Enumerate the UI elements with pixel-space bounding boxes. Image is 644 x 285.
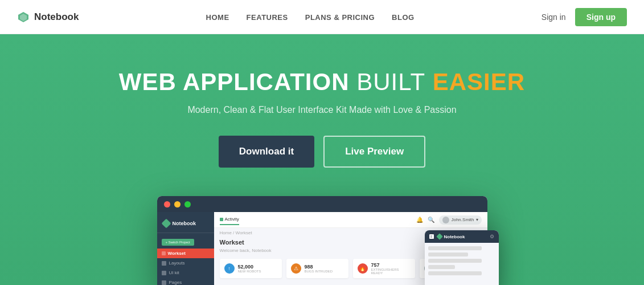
- mock-sidebar-brand: Notebook: [173, 221, 196, 226]
- mock-avatar-circle: [442, 217, 449, 223]
- mock-dot-green: [184, 201, 191, 207]
- mock-sidebar-logo-icon: [161, 219, 171, 229]
- mock-stat-icon-ext: 🔥: [358, 263, 368, 274]
- mock-stat-ext: 🔥 757 EXTINGUISHERS READY: [353, 259, 415, 278]
- mock-bell-icon: 🔔: [416, 217, 423, 223]
- mock-stat-bugs: ⚠ 988 BUGS INTRUDED: [286, 259, 348, 278]
- nav-features[interactable]: FEATURES: [247, 13, 288, 22]
- mock-username: John.Smith: [451, 217, 474, 222]
- mock-app-container: Notebook + Switch Project Workset Layout…: [157, 196, 487, 285]
- mock-search-icon: 🔍: [428, 217, 434, 223]
- mock-stat-icon-robots: ↑: [224, 263, 235, 274]
- notebook-logo-icon: [17, 11, 30, 23]
- hero-content: WEB APPLICATION BUILT EASIER Modern, Cle…: [119, 68, 525, 196]
- hero-buttons: Download it Live Preview: [119, 136, 525, 168]
- mock-workset-label: Workset: [168, 251, 186, 256]
- mock-nav-icon-uikit: [162, 271, 166, 275]
- mock-stat-ext-value: 757: [371, 262, 411, 268]
- mock-nav-uikit: UI kit: [157, 268, 214, 278]
- mock-topbar-right: 🔔 🔍 John.Smith ▾: [416, 215, 481, 225]
- mock-add-project-btn: + Switch Project: [162, 239, 194, 246]
- mock-mobile-brand: Notebook: [444, 234, 465, 239]
- mock-mobile-bar-5: [428, 271, 482, 275]
- mock-tab-dot: [220, 218, 223, 221]
- mock-mobile-gear-icon: ⚙: [490, 234, 494, 239]
- mock-nav-layouts: Layouts: [157, 258, 214, 268]
- navbar: Notebook HOME FEATURES PLANS & PRICING B…: [0, 0, 644, 34]
- mock-nav-pages-label: Pages: [169, 280, 182, 285]
- mock-stat-robots-value: 52,000: [238, 264, 261, 270]
- mock-tab-label: Activity: [225, 217, 239, 222]
- download-button[interactable]: Download it: [219, 136, 314, 168]
- hero-title-part1: WEB APPLICATION: [119, 68, 350, 95]
- mock-mobile-bar-4: [428, 265, 455, 269]
- mock-topbar: Activity 🔔 🔍 John.Smith ▾: [214, 212, 487, 228]
- mock-stat-robots-label: NEW ROBOTS: [238, 270, 261, 273]
- mock-stat-ext-info: 757 EXTINGUISHERS READY: [371, 262, 411, 275]
- brand-logo-link[interactable]: Notebook: [17, 11, 79, 23]
- mock-nav-icon-pages: [162, 280, 166, 285]
- mock-stat-ext-label: EXTINGUISHERS READY: [371, 268, 411, 275]
- mock-avatar-pill: John.Smith ▾: [439, 215, 481, 225]
- mock-sidebar: Notebook + Switch Project Workset Layout…: [157, 212, 214, 285]
- mock-dropdown-arrow: ▾: [476, 217, 478, 222]
- signin-link[interactable]: Sign in: [542, 13, 566, 22]
- mock-dot-yellow: [174, 201, 181, 207]
- hero-title-accent: EASIER: [433, 68, 525, 95]
- mock-workset-item: Workset: [157, 249, 214, 258]
- hero-subtitle: Modern, Clean & Flat User Interface Kit …: [119, 105, 525, 115]
- mock-mobile-body: [425, 243, 499, 285]
- mock-mobile-bar-2: [428, 253, 469, 256]
- nav-plans[interactable]: PLANS & PRICING: [305, 13, 375, 22]
- mock-stat-bugs-label: BUGS INTRUDED: [305, 270, 333, 273]
- live-preview-button[interactable]: Live Preview: [323, 136, 425, 168]
- mock-mobile-titlebar: ≡ Notebook ⚙: [425, 230, 499, 243]
- mock-titlebar: [157, 196, 487, 212]
- hero-section: WEB APPLICATION BUILT EASIER Modern, Cle…: [0, 34, 644, 285]
- mock-mobile-logo: ≡ Notebook: [429, 234, 465, 239]
- navbar-right: Sign in Sign up: [542, 8, 627, 26]
- mock-sidebar-logo: Notebook: [157, 217, 214, 233]
- mock-tab-activity: Activity: [220, 214, 239, 225]
- nav-blog[interactable]: BLOG: [392, 13, 415, 22]
- nav-home[interactable]: HOME: [206, 13, 229, 22]
- mock-nav-icon-layouts: [162, 261, 166, 266]
- signup-button[interactable]: Sign up: [575, 8, 627, 26]
- nav-links: HOME FEATURES PLANS & PRICING BLOG: [206, 12, 415, 22]
- hero-title: WEB APPLICATION BUILT EASIER: [119, 68, 525, 96]
- mock-stat-bugs-info: 988 BUGS INTRUDED: [305, 264, 333, 273]
- mock-mobile-menu-icon: ≡: [429, 234, 434, 239]
- mock-mobile-logo-icon: [436, 233, 442, 239]
- mock-nav-layouts-label: Layouts: [169, 260, 185, 266]
- mock-stat-robots-info: 52,000 NEW ROBOTS: [238, 264, 261, 273]
- mock-stat-bugs-value: 988: [305, 264, 333, 270]
- mock-mobile-bar-3: [428, 259, 482, 263]
- hero-title-part2: BUILT: [356, 68, 425, 95]
- mock-nav-uikit-label: UI kit: [169, 270, 179, 275]
- mock-stat-robots: ↑ 52,000 NEW ROBOTS: [220, 259, 282, 278]
- mock-mobile-window: ≡ Notebook ⚙: [425, 230, 499, 285]
- mock-nav-pages: Pages: [157, 278, 214, 285]
- mock-mobile-bar-1: [428, 246, 482, 250]
- mock-dot-red: [164, 201, 170, 207]
- brand-name-text: Notebook: [34, 11, 79, 23]
- mock-stat-icon-bugs: ⚠: [291, 263, 301, 274]
